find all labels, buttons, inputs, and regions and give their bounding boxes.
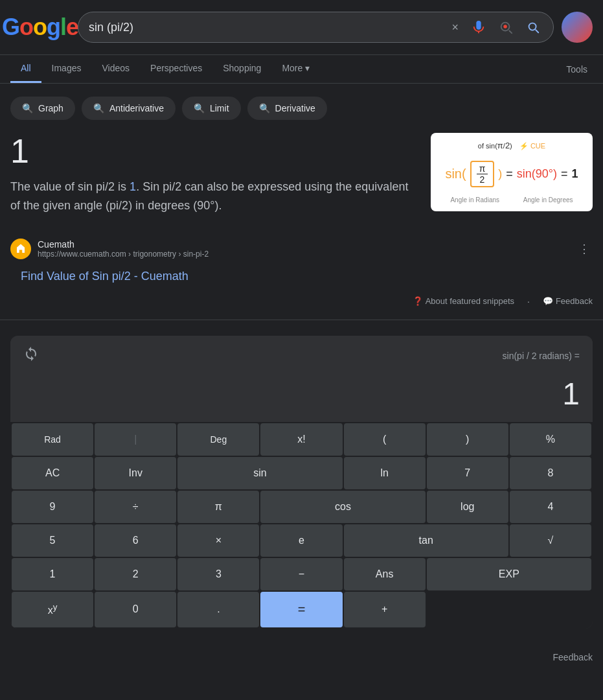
- calc-btn-0[interactable]: 0: [95, 592, 176, 627]
- calc-btn-rad[interactable]: Rad: [12, 423, 93, 456]
- calc-btn-cos[interactable]: cos: [260, 491, 425, 523]
- tab-more[interactable]: More ▾: [271, 55, 320, 83]
- source-favicon: [10, 239, 31, 259]
- calc-btn-ln[interactable]: ln: [344, 457, 426, 489]
- calc-buttons: Rad | Deg x! ( ) % AC Inv sin ln 7 8 9 ÷…: [10, 422, 593, 629]
- lens-button[interactable]: [496, 18, 516, 37]
- calc-btn-ac[interactable]: AC: [12, 457, 93, 489]
- source-name: Cuemath: [38, 239, 569, 250]
- calc-btn-close-paren[interactable]: ): [427, 423, 508, 456]
- angle-labels: Angle in Radians Angle in Degrees: [438, 196, 585, 204]
- source-details: Cuemath https://www.cuemath.com › trigon…: [38, 239, 569, 259]
- calc-result-row: 1: [10, 376, 593, 422]
- calc-btn-2[interactable]: 2: [95, 558, 176, 590]
- calc-btn-minus[interactable]: −: [260, 558, 342, 590]
- highlight-value: 1: [130, 180, 136, 193]
- tab-shopping[interactable]: Shopping: [212, 55, 271, 83]
- calc-btn-percent[interactable]: %: [510, 423, 591, 456]
- calc-btn-plus[interactable]: +: [344, 592, 426, 627]
- calc-btn-8[interactable]: 8: [510, 457, 591, 489]
- snippet-description: The value of sin pi/2 is 1. Sin pi/2 can…: [10, 178, 420, 215]
- tab-images[interactable]: Images: [41, 55, 92, 83]
- pill-graph[interactable]: 🔍 Graph: [10, 97, 75, 120]
- calc-btn-inv[interactable]: Inv: [95, 457, 176, 489]
- snippet-image: of sin(π/2) ⚡ CUE sin( π 2 ) = sin(90°) …: [431, 133, 593, 211]
- source-info: Cuemath https://www.cuemath.com › trigon…: [0, 228, 603, 270]
- label-degrees: Angle in Degrees: [523, 196, 573, 204]
- search-icon: 🔍: [259, 103, 270, 113]
- calc-btn-equals[interactable]: =: [260, 592, 342, 627]
- question-icon: ❓: [413, 296, 423, 306]
- calc-btn-log[interactable]: log: [427, 491, 508, 523]
- source-url: https://www.cuemath.com › trigonometry ›…: [38, 250, 569, 259]
- search-icon: 🔍: [194, 103, 205, 113]
- bottom-feedback[interactable]: Feedback: [0, 644, 603, 670]
- pill-derivative[interactable]: 🔍 Derivative: [247, 97, 327, 120]
- calc-btn-open-paren[interactable]: (: [344, 423, 426, 456]
- svg-point-1: [503, 25, 507, 29]
- source-link[interactable]: Find Value of Sin pi/2 - Cuemath: [10, 270, 199, 283]
- tab-all[interactable]: All: [10, 55, 41, 83]
- calc-btn-tan[interactable]: tan: [344, 524, 508, 557]
- calc-btn-e[interactable]: e: [260, 524, 342, 557]
- clear-button[interactable]: ×: [449, 18, 461, 37]
- featured-snippet: 1 The value of sin pi/2 is 1. Sin pi/2 c…: [0, 133, 603, 228]
- calc-result: 1: [562, 377, 580, 411]
- calc-btn-sqrt[interactable]: √: [510, 524, 591, 557]
- label-radians: Angle in Radians: [450, 196, 499, 204]
- calc-btn-exp[interactable]: EXP: [427, 558, 591, 590]
- about-snippets-button[interactable]: ❓ About featured snippets: [413, 296, 514, 306]
- voice-search-button[interactable]: [469, 18, 488, 37]
- calc-history-icon[interactable]: [23, 346, 39, 366]
- calc-btn-multiply[interactable]: ×: [177, 524, 259, 557]
- calc-btn-7[interactable]: 7: [427, 457, 508, 489]
- calc-btn-factorial[interactable]: x!: [260, 423, 342, 456]
- search-icon: 🔍: [22, 103, 33, 113]
- calc-btn-1[interactable]: 1: [12, 558, 93, 590]
- calculator: sin(pi / 2 radians) = 1 Rad | Deg x! ( )…: [10, 336, 593, 629]
- snippet-result: 1: [10, 133, 420, 170]
- related-pills: 🔍 Graph 🔍 Antiderivative 🔍 Limit 🔍 Deriv…: [0, 84, 603, 133]
- dot-separator: ·: [527, 296, 530, 307]
- source-options-button[interactable]: ⋮: [576, 239, 593, 259]
- calc-btn-separator: |: [95, 423, 176, 456]
- calc-btn-sin[interactable]: sin: [177, 457, 342, 489]
- pill-antiderivative[interactable]: 🔍 Antiderivative: [82, 97, 176, 120]
- feedback-button[interactable]: 💬 Feedback: [543, 296, 593, 306]
- tools-button[interactable]: Tools: [561, 56, 593, 82]
- header: Google sin (pi/2) ×: [0, 0, 603, 55]
- pill-limit[interactable]: 🔍 Limit: [182, 97, 241, 120]
- calc-btn-pi[interactable]: π: [177, 491, 259, 523]
- tab-perspectives[interactable]: Perspectives: [140, 55, 212, 83]
- calc-display: sin(pi / 2 radians) =: [10, 336, 593, 376]
- calc-btn-9[interactable]: 9: [12, 491, 93, 523]
- calc-btn-6[interactable]: 6: [95, 524, 176, 557]
- tab-videos[interactable]: Videos: [91, 55, 140, 83]
- avatar[interactable]: [562, 12, 593, 43]
- search-icon: 🔍: [93, 103, 104, 113]
- calc-btn-ans[interactable]: Ans: [344, 558, 426, 590]
- image-top-text: of sin(π/2) ⚡ CUE: [478, 141, 545, 150]
- search-input[interactable]: sin (pi/2): [89, 21, 444, 34]
- search-button[interactable]: [523, 18, 543, 37]
- calc-btn-power[interactable]: xy: [12, 592, 93, 627]
- nav-tabs: All Images Videos Perspectives Shopping …: [0, 55, 603, 84]
- snippet-footer: ❓ About featured snippets · 💬 Feedback: [0, 294, 603, 320]
- calc-btn-5[interactable]: 5: [12, 524, 93, 557]
- calc-btn-divide[interactable]: ÷: [95, 491, 176, 523]
- google-logo[interactable]: Google: [10, 8, 70, 47]
- calc-btn-deg[interactable]: Deg: [177, 423, 259, 456]
- calc-expression: sin(pi / 2 radians) =: [503, 351, 580, 361]
- calc-btn-4[interactable]: 4: [510, 491, 591, 523]
- calc-btn-dot[interactable]: .: [177, 592, 259, 627]
- feedback-icon: 💬: [543, 296, 553, 306]
- calc-btn-3[interactable]: 3: [177, 558, 259, 590]
- search-bar[interactable]: sin (pi/2) ×: [78, 12, 554, 43]
